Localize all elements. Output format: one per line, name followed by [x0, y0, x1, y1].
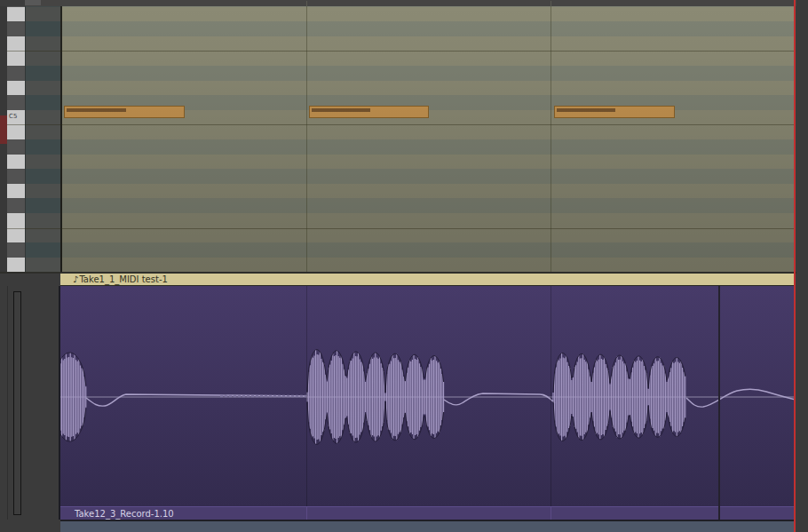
ruler-left-corner [0, 0, 25, 6]
piano-key-e5[interactable] [7, 51, 25, 66]
grid-row[interactable] [62, 7, 795, 22]
midi-note-c5[interactable] [64, 106, 185, 118]
key-row-extension [26, 155, 60, 170]
piano-key-f#5[interactable] [7, 21, 25, 36]
grid-row[interactable] [62, 213, 795, 228]
piano-key-b4[interactable] [7, 124, 25, 139]
key-row-extension [26, 242, 60, 258]
piano-key-g5[interactable] [7, 7, 25, 22]
key-row-extension [26, 7, 60, 22]
piano-key-d4[interactable] [7, 258, 25, 272]
track-left-panel [0, 286, 60, 532]
edit-cursor[interactable] [718, 286, 720, 520]
grid-row[interactable] [62, 139, 795, 155]
ruler-handle[interactable] [25, 0, 41, 5]
key-row-extension [26, 184, 60, 199]
note-velocity-bar [557, 108, 615, 112]
grid-row[interactable] [62, 21, 795, 36]
piano-key-c#5[interactable] [7, 95, 25, 110]
piano-keys[interactable]: C5 [7, 6, 25, 272]
key-row-extension [26, 51, 60, 66]
item-edge-red-line [794, 0, 796, 532]
grid-row[interactable] [62, 155, 795, 170]
daw-window: C5 ♪Take1_1_MIDI test-1 Take12_3_Record-… [0, 0, 808, 532]
key-row-extension [26, 21, 60, 36]
waveform-graphic [60, 286, 796, 506]
piano-key-d#5[interactable] [7, 66, 25, 81]
key-row-extension [26, 198, 60, 213]
midi-item-title: ♪Take1_1_MIDI test-1 [73, 274, 168, 286]
audio-item-title-bar[interactable]: Take12_3_Record-1.10 [60, 506, 796, 520]
key-row-extension [26, 110, 60, 125]
bottom-left-panel [0, 520, 60, 532]
piano-key-e4[interactable] [7, 228, 25, 243]
piano-key-f4[interactable] [7, 213, 25, 228]
note-velocity-bar [67, 108, 126, 112]
note-velocity-bar [312, 108, 370, 112]
next-track-strip [60, 521, 796, 532]
music-note-icon: ♪ [73, 274, 78, 284]
midi-note-grid[interactable] [60, 6, 795, 272]
piano-key-extension-column [25, 6, 60, 272]
right-outside-area [796, 0, 808, 532]
grid-row[interactable] [62, 81, 795, 96]
key-row-extension [26, 36, 60, 52]
grid-row[interactable] [62, 66, 795, 81]
key-boundary-line [7, 228, 795, 229]
piano-key-f5[interactable] [7, 36, 25, 52]
grid-row[interactable] [62, 51, 795, 66]
grid-row[interactable] [62, 242, 795, 258]
grid-row[interactable] [62, 198, 795, 213]
measure-line [306, 286, 307, 506]
piano-key-d5[interactable] [7, 81, 25, 96]
grid-row[interactable] [62, 184, 795, 199]
measure-line [551, 507, 551, 520]
key-row-extension [26, 95, 60, 110]
audio-item-waveform-area[interactable] [60, 286, 796, 506]
key-row-extension [26, 258, 60, 272]
piano-key-f#4[interactable] [7, 198, 25, 213]
note-range-marker [0, 115, 7, 144]
midi-note-c5[interactable] [554, 106, 675, 118]
midi-item-name: Take1_1_MIDI test-1 [79, 274, 167, 284]
key-row-extension [26, 169, 60, 184]
measure-line [551, 286, 551, 506]
key-row-extension [26, 213, 60, 228]
piano-key-c5[interactable]: C5 [7, 110, 25, 125]
piano-key-g4[interactable] [7, 184, 25, 199]
key-boundary-line [7, 51, 795, 52]
measure-line [306, 507, 307, 520]
key-row-extension [26, 81, 60, 96]
piano-key-a4[interactable] [7, 155, 25, 170]
measure-line [551, 6, 551, 272]
panel-divider [7, 286, 8, 532]
audio-item-name: Take12_3_Record-1.10 [75, 507, 174, 520]
grid-row[interactable] [62, 258, 795, 272]
key-row-extension [26, 66, 60, 81]
grid-row[interactable] [62, 124, 795, 139]
measure-line [306, 6, 307, 272]
timeline-ruler[interactable] [0, 0, 808, 6]
grid-row[interactable] [62, 169, 795, 184]
key-row-extension [26, 124, 60, 139]
key-boundary-line [7, 124, 795, 125]
key-row-extension [26, 139, 60, 155]
midi-note-c5[interactable] [309, 106, 429, 118]
grid-row[interactable] [62, 228, 795, 243]
grid-row[interactable] [62, 36, 795, 52]
key-row-extension [26, 228, 60, 243]
midi-item-title-bar[interactable]: ♪Take1_1_MIDI test-1 [60, 274, 795, 286]
piano-key-d#4[interactable] [7, 242, 25, 258]
piano-key-g#4[interactable] [7, 169, 25, 184]
vertical-scrollbar[interactable] [13, 291, 21, 515]
piano-key-a#4[interactable] [7, 139, 25, 155]
key-label: C5 [9, 113, 17, 120]
